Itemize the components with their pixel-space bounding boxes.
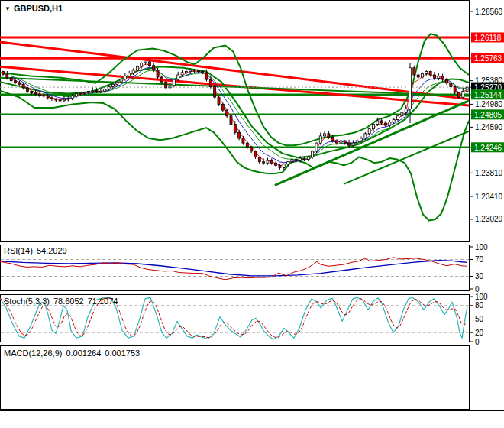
candle-body [169, 86, 171, 88]
candle-body [356, 141, 358, 143]
candle-body [376, 121, 379, 125]
candle-body [417, 75, 419, 77]
candle-body [193, 70, 195, 71]
price-label-text: 1.25763 [474, 54, 502, 63]
candle-body [55, 99, 57, 100]
candle-body [59, 100, 61, 101]
candle-body [250, 147, 253, 151]
macd-indicator-label: MACD(12,26,9)0.0012640.001753 [4, 349, 144, 358]
candle-body [181, 73, 183, 75]
candle-body [324, 134, 326, 136]
candle-body [6, 74, 8, 78]
price-label-text: 1.25144 [474, 91, 502, 99]
candle-body [299, 158, 302, 160]
candle-body [270, 160, 273, 163]
candle-body [202, 71, 204, 73]
price-label-text: 1.26118 [474, 34, 502, 42]
candle-body [445, 79, 447, 83]
candle-body [108, 86, 110, 89]
symbol-text: GBPUSD,H1 [14, 4, 63, 13]
candle-body [238, 132, 241, 138]
candle-body [209, 79, 212, 86]
stoch-tick-label: 50 [475, 315, 484, 323]
candle-body [368, 129, 370, 134]
stoch-indicator-label: Stoch(5,3,3)78.605271.1074 [4, 297, 121, 306]
candle-body [43, 96, 45, 96]
stoch-name: Stoch(5,3,3) [4, 297, 50, 306]
candle-body [380, 121, 383, 123]
candle-body [67, 99, 69, 100]
rsi-name: RSI(14) [4, 246, 33, 255]
candle-body [218, 97, 220, 104]
candle-body [429, 71, 431, 75]
chevron-down-icon[interactable]: ▼ [5, 5, 11, 12]
price-tick-label: 1.24590 [475, 123, 503, 131]
price-label-text: 1.24805 [474, 111, 502, 119]
candle-body [401, 112, 403, 116]
stoch-tick-label: 100 [475, 293, 488, 301]
candle-body [26, 88, 28, 92]
candle-body [405, 109, 407, 113]
candle-body [364, 134, 367, 138]
candle-body [197, 71, 199, 72]
candle-body [263, 162, 265, 164]
candle-body [144, 62, 147, 63]
rsi-value: 54.2029 [37, 246, 67, 255]
candle-body [336, 141, 338, 143]
candle-body [275, 163, 277, 165]
stoch-value-1: 78.6052 [53, 297, 84, 306]
candle-body [104, 89, 106, 91]
rsi-tick-label: 70 [475, 255, 484, 264]
candle-body [141, 63, 143, 67]
candle-body [331, 137, 334, 141]
candle-body [409, 68, 412, 109]
candle-body [189, 70, 192, 72]
candle-body [283, 164, 285, 168]
candle-body [291, 160, 293, 162]
candle-body [279, 165, 281, 167]
candle-body [393, 119, 395, 122]
candle-body [221, 104, 224, 110]
candle-body [111, 84, 114, 86]
candle-body [226, 110, 228, 116]
candle-body [258, 157, 260, 162]
candle-body [34, 93, 37, 95]
candle-body [173, 79, 175, 86]
candle-body [312, 151, 314, 157]
stoch-tick-label: 20 [475, 329, 484, 337]
candle-body [18, 83, 21, 84]
candle-body [31, 91, 33, 92]
stoch-tick-label: 0 [475, 338, 480, 346]
candle-body [315, 143, 318, 151]
candle-body [128, 73, 131, 76]
candle-body [124, 76, 126, 79]
candle-body [14, 81, 16, 83]
symbol-label[interactable]: ▼GBPUSD,H1 [5, 4, 63, 13]
candle-body [348, 143, 351, 145]
price-chart-canvas[interactable]: 1.265601.253801.249801.245901.238101.234… [0, 0, 504, 428]
stoch-value-2: 71.1074 [88, 297, 118, 306]
candle-body [462, 91, 464, 97]
candle-body [10, 78, 12, 81]
macd-name: MACD(12,26,9) [4, 349, 62, 358]
rsi-tick-label: 100 [475, 243, 488, 251]
candle-body [457, 92, 460, 97]
candle-body [87, 91, 89, 92]
candle-body [421, 73, 423, 77]
candle-body [38, 94, 40, 96]
candle-body [454, 86, 456, 92]
candle-body [22, 84, 24, 88]
candle-body [79, 93, 82, 94]
candle-body [83, 92, 86, 93]
candle-body [340, 141, 342, 143]
candle-body [230, 116, 232, 125]
candle-body [132, 70, 134, 73]
candle-body [185, 71, 187, 73]
price-tick-label: 1.26560 [475, 8, 503, 16]
candle-body [177, 75, 179, 79]
candle-body [425, 71, 428, 73]
price-label-text: 1.24246 [474, 144, 502, 152]
candle-body [120, 79, 122, 82]
candle-body [148, 62, 150, 66]
candle-body [267, 160, 269, 163]
